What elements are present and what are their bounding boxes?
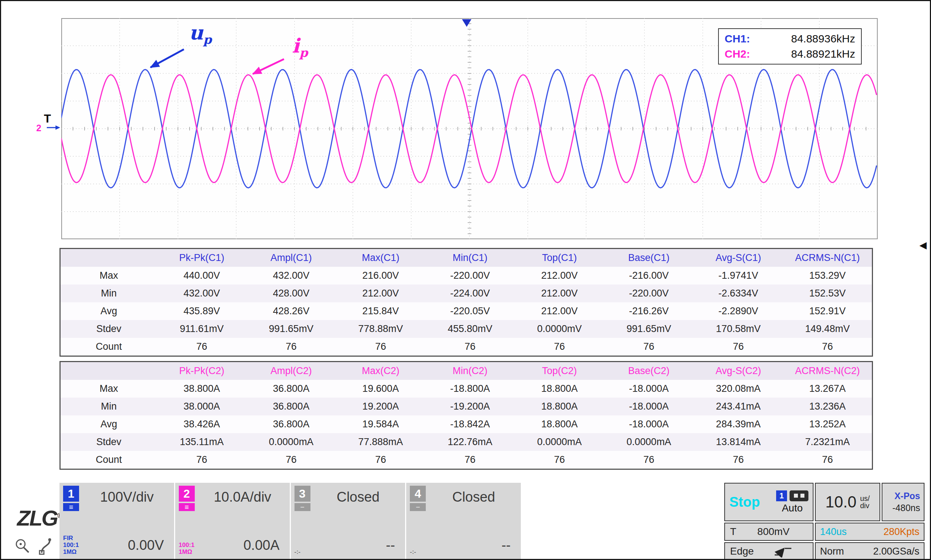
measurement-value: 76: [425, 338, 515, 356]
measurement-value: 432.00V: [157, 285, 247, 302]
row-label: Max: [60, 380, 157, 398]
measurement-value: -18.000A: [604, 415, 694, 433]
trigger-arrow-icon: [46, 124, 61, 131]
channel-1-offset: 0.00V: [128, 537, 163, 553]
xpos-box[interactable]: X-Pos -480ns: [882, 483, 925, 521]
measurement-value: 212.00V: [515, 267, 604, 285]
column-header: Min(C2): [425, 362, 515, 380]
channel-2-coupling-icon: ≡: [179, 503, 195, 511]
row-label: Min: [60, 285, 157, 302]
channel-3-badge[interactable]: 3: [294, 486, 310, 502]
channel-4-status[interactable]: 4−Closed-:---: [406, 483, 521, 559]
waveform-display: up ip CH1: 84.88936kHz CH2: 84.88921kHz: [61, 18, 878, 239]
channel-2-offset: 0.00A: [244, 537, 279, 553]
measurement-value: 135.11mA: [157, 433, 247, 451]
measurement-value: 38.426A: [157, 415, 247, 433]
timebase-box[interactable]: 10.0 us/ div: [815, 483, 880, 521]
measurement-value: 19.584A: [336, 415, 425, 433]
measurement-value: -18.800A: [425, 380, 515, 398]
channel-4-scale: Closed: [429, 489, 518, 505]
sample-rate: 2.00GSa/s: [873, 546, 919, 557]
run-state-box[interactable]: Stop 1 Auto: [724, 483, 814, 521]
measurement-value: 76: [515, 338, 604, 356]
trigger-source-group: 1 Auto: [776, 491, 808, 514]
measurement-value: 149.48mV: [783, 320, 872, 338]
channel-2-scale: 10.0A/div: [198, 489, 287, 505]
display-icon: [789, 491, 808, 501]
row-label: Stdev: [60, 433, 157, 451]
channel-2-probe-info: 100:11MΩ: [179, 542, 194, 555]
right-edge-arrow-icon[interactable]: ◀: [919, 240, 926, 250]
column-header: Ampl(C1): [247, 249, 336, 267]
measurement-value: 13.814mA: [694, 433, 783, 451]
probe-hook-icon[interactable]: [37, 537, 56, 555]
channel-1-status[interactable]: 1≡100V/divFIR100:11MΩ0.00V: [60, 483, 174, 559]
measurement-value: 284.39mA: [694, 415, 783, 433]
trigger-level-box[interactable]: T 800mV: [724, 523, 814, 541]
measurement-value: 320.08mA: [694, 380, 783, 398]
channel-3-status[interactable]: 3−Closed-:---: [291, 483, 405, 559]
table-row: Max38.800A36.800A19.600A-18.800A18.800A-…: [60, 380, 872, 398]
measurement-value: -220.00V: [604, 285, 694, 302]
xpos-value: -480ns: [892, 503, 920, 513]
measurement-value: 432.00V: [247, 267, 336, 285]
trigger-mode-label[interactable]: Auto: [782, 502, 803, 514]
measurement-value: 911.61mV: [157, 320, 247, 338]
record-points: 280Kpts: [883, 526, 919, 537]
frequency-readout-box: CH1: 84.88936kHz CH2: 84.88921kHz: [718, 28, 862, 65]
xpos-label: X-Pos: [894, 491, 920, 501]
measurement-value: 76: [336, 338, 425, 356]
row-label: Count: [60, 451, 157, 469]
ch2-freq-label: CH2:: [724, 48, 750, 60]
measurement-value: 435.89V: [157, 302, 247, 320]
channel-1-scale: 100V/div: [83, 489, 171, 505]
measurement-value: 36.800A: [247, 380, 336, 398]
ch1-frequency-row: CH1: 84.88936kHz: [724, 32, 855, 45]
channel-4-badge[interactable]: 4: [410, 486, 426, 502]
ch1-trace-label: up: [189, 21, 212, 47]
column-header: Pk-Pk(C2): [157, 362, 247, 380]
table-row: Avg38.426A36.800A19.584A-18.842A18.800A-…: [60, 415, 872, 433]
oscilloscope-screen: T 2 up ip CH1: 84.88936kHz CH2: 84.88921…: [0, 0, 931, 560]
table-row: Stdev911.61mV991.65mV778.88mV455.80mV0.0…: [60, 320, 872, 338]
trigger-type-box[interactable]: Edge: [724, 542, 814, 560]
measurement-value: 152.53V: [783, 285, 872, 302]
row-label: Avg: [60, 302, 157, 320]
measurement-value: 38.800A: [157, 380, 247, 398]
row-label: Stdev: [60, 320, 157, 338]
measurement-value: 76: [783, 451, 872, 469]
measurement-value: -18.000A: [604, 398, 694, 415]
measurement-value: -2.6334V: [694, 285, 783, 302]
measurement-value: 428.26V: [247, 302, 336, 320]
measurement-value: 76: [247, 338, 336, 356]
column-header: ACRMS-N(C2): [783, 362, 872, 380]
trigger-source-letter: T: [730, 526, 736, 537]
ch1-table-header-row: Pk-Pk(C1)Ampl(C1)Max(C1)Min(C1)Top(C1)Ba…: [60, 249, 872, 267]
measurement-value: 18.800A: [515, 415, 604, 433]
measurement-value: 216.00V: [336, 267, 425, 285]
row-label-header: [60, 362, 157, 380]
ch2-zero-marker: 2: [36, 123, 42, 133]
column-header: ACRMS-N(C1): [783, 249, 872, 267]
trigger-source-badge: 1: [776, 491, 787, 501]
measurement-value: 76: [604, 338, 694, 356]
probe-compensation-icon[interactable]: [14, 537, 33, 555]
measurement-value: -1.9741V: [694, 267, 783, 285]
measurement-value: 76: [247, 451, 336, 469]
channel-1-badge[interactable]: 1: [63, 486, 79, 502]
run-state-label[interactable]: Stop: [729, 494, 760, 510]
measurement-value: 428.00V: [247, 285, 336, 302]
channel-2-status[interactable]: 2≡10.0A/div100:11MΩ0.00A: [175, 483, 290, 559]
channel-2-badge[interactable]: 2: [179, 486, 195, 502]
ch2-trace-label: ip: [292, 34, 308, 60]
measurement-value: 212.00V: [336, 285, 425, 302]
measurement-value: 440.00V: [157, 267, 247, 285]
column-header: Top(C1): [515, 249, 604, 267]
measurement-value: 77.888mA: [336, 433, 425, 451]
measurement-value: 153.29V: [783, 267, 872, 285]
measurement-value: 38.000A: [157, 398, 247, 415]
measurement-value: -216.00V: [604, 267, 694, 285]
record-length-box: 140us 280Kpts: [815, 523, 925, 541]
sample-rate-box: Norm 2.00GSa/s: [815, 542, 925, 560]
column-header: Base(C2): [604, 362, 694, 380]
